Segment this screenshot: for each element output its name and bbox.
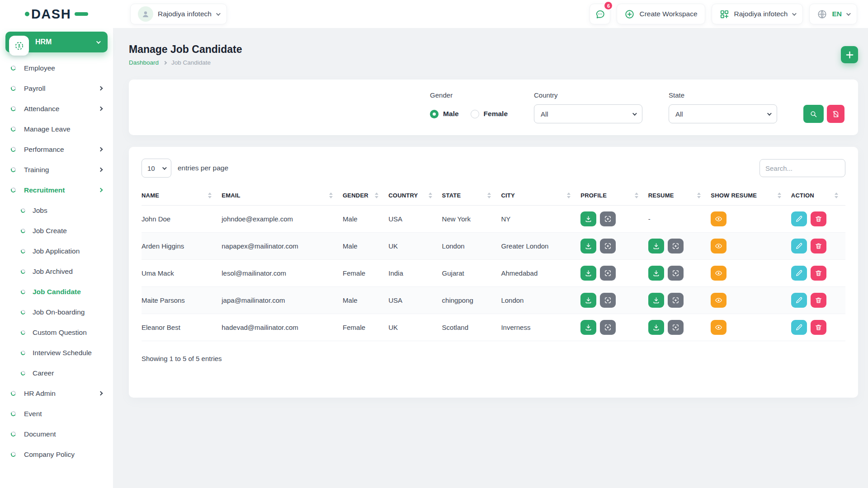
sidebar-item-recruitment[interactable]: Recruitment [0, 180, 113, 200]
resume-preview-button[interactable] [668, 320, 684, 335]
sidebar-item-performance[interactable]: Performance [0, 139, 113, 160]
sort-icon[interactable] [635, 192, 638, 198]
download-icon [585, 269, 592, 277]
edit-button[interactable] [791, 239, 807, 253]
gender-label: Gender [430, 91, 508, 99]
sidebar-item-career[interactable]: Career [0, 363, 113, 383]
profile-download-button[interactable] [580, 239, 596, 253]
app-logo[interactable]: DASH [0, 7, 113, 22]
module-selector-hrm[interactable]: HRM [5, 32, 108, 52]
edit-button[interactable] [791, 211, 807, 226]
table-row: Eleanor Best hadevad@mailinator.com Fema… [142, 314, 845, 341]
show-resume-button[interactable] [711, 211, 726, 226]
workspace-selector[interactable]: Rajodiya infotech [130, 4, 227, 24]
resume-preview-button[interactable] [668, 293, 684, 308]
sidebar-item-training[interactable]: Training [0, 160, 113, 180]
profile-preview-button[interactable] [600, 320, 616, 335]
country-select[interactable]: All [534, 104, 642, 123]
breadcrumb-dashboard-link[interactable]: Dashboard [129, 59, 159, 66]
circle-icon [10, 106, 16, 112]
gender-male-radio[interactable]: Male [430, 110, 458, 118]
sidebar-item-job-candidate[interactable]: Job Candidate [0, 282, 113, 302]
sidebar-item-jobs[interactable]: Jobs [0, 200, 113, 221]
delete-button[interactable] [811, 211, 826, 226]
sort-icon[interactable] [208, 192, 212, 198]
resume-download-button[interactable] [648, 293, 664, 308]
show-resume-button[interactable] [711, 266, 726, 281]
profile-download-button[interactable] [580, 266, 596, 281]
profile-download-button[interactable] [580, 320, 596, 335]
resume-preview-button[interactable] [668, 266, 684, 281]
profile-preview-button[interactable] [600, 293, 616, 308]
col-header-state[interactable]: STATE [439, 188, 499, 206]
profile-preview-button[interactable] [600, 239, 616, 253]
candidate-state: London [439, 233, 499, 260]
circle-icon [20, 329, 26, 335]
col-header-city[interactable]: CITY [498, 188, 578, 206]
sidebar-item-employee[interactable]: Employee [0, 58, 113, 78]
delete-button[interactable] [811, 266, 826, 281]
sort-icon[interactable] [835, 192, 838, 198]
gender-female-radio[interactable]: Female [471, 110, 508, 118]
col-header-action[interactable]: ACTION [788, 188, 845, 206]
col-header-country[interactable]: COUNTRY [386, 188, 439, 206]
chevron-down-icon [792, 11, 797, 16]
profile-download-button[interactable] [580, 293, 596, 308]
reset-filter-button[interactable] [827, 105, 844, 123]
sidebar-item-attendance[interactable]: Attendance [0, 99, 113, 119]
sort-icon[interactable] [487, 192, 491, 198]
hrm-module-icon [9, 36, 29, 56]
sidebar-item-job-create[interactable]: Job Create [0, 221, 113, 241]
apply-filter-button[interactable] [803, 105, 824, 123]
edit-button[interactable] [791, 320, 807, 335]
show-resume-button[interactable] [711, 320, 726, 335]
delete-button[interactable] [811, 320, 826, 335]
language-selector[interactable]: EN [809, 4, 857, 24]
col-header-show-resume[interactable]: SHOW RESUME [708, 188, 788, 206]
sidebar-item-job-application[interactable]: Job Application [0, 241, 113, 261]
resume-download-button[interactable] [648, 320, 664, 335]
col-header-email[interactable]: EMAIL [219, 188, 340, 206]
entries-per-page-select[interactable]: 10 [142, 159, 171, 178]
state-select[interactable]: All [669, 104, 777, 123]
delete-button[interactable] [811, 293, 826, 308]
profile-preview-button[interactable] [600, 211, 616, 226]
company-selector[interactable]: Rajodiya infotech [712, 4, 803, 24]
table-controls: 10 entries per page [142, 159, 845, 178]
delete-button[interactable] [811, 239, 826, 253]
messages-button[interactable]: 6 [590, 4, 610, 24]
show-resume-button[interactable] [711, 239, 726, 253]
sort-icon[interactable] [567, 192, 571, 198]
table-search-input[interactable] [760, 159, 845, 177]
resume-download-button[interactable] [648, 266, 664, 281]
sidebar-item-payroll[interactable]: Payroll [0, 78, 113, 99]
sidebar-item-manage-leave[interactable]: Manage Leave [0, 119, 113, 139]
sort-icon[interactable] [697, 192, 701, 198]
add-candidate-button[interactable] [841, 46, 858, 63]
edit-button[interactable] [791, 293, 807, 308]
sort-icon[interactable] [329, 192, 333, 198]
sidebar-item-hr-admin[interactable]: HR Admin [0, 383, 113, 404]
sidebar-item-document[interactable]: Document [0, 424, 113, 444]
col-header-resume[interactable]: RESUME [646, 188, 708, 206]
resume-preview-button[interactable] [668, 239, 684, 253]
sidebar-item-job-archived[interactable]: Job Archived [0, 261, 113, 282]
sidebar-item-event[interactable]: Event [0, 404, 113, 424]
sidebar-item-custom-question[interactable]: Custom Question [0, 322, 113, 343]
col-header-profile[interactable]: PROFILE [578, 188, 645, 206]
sidebar-item-job-onboarding[interactable]: Job On-boarding [0, 302, 113, 322]
col-header-name[interactable]: NAME [142, 188, 219, 206]
show-resume-button[interactable] [711, 293, 726, 308]
sidebar-item-interview-schedule[interactable]: Interview Schedule [0, 343, 113, 363]
sort-icon[interactable] [429, 192, 432, 198]
edit-button[interactable] [791, 266, 807, 281]
chevron-right-icon [99, 391, 103, 396]
profile-preview-button[interactable] [600, 266, 616, 281]
sidebar-item-company-policy[interactable]: Company Policy [0, 444, 113, 465]
sort-icon[interactable] [375, 192, 378, 198]
create-workspace-button[interactable]: Create Workspace [617, 4, 705, 24]
col-header-gender[interactable]: GENDER [340, 188, 386, 206]
sort-icon[interactable] [778, 192, 781, 198]
resume-download-button[interactable] [648, 239, 664, 253]
profile-download-button[interactable] [580, 211, 596, 226]
